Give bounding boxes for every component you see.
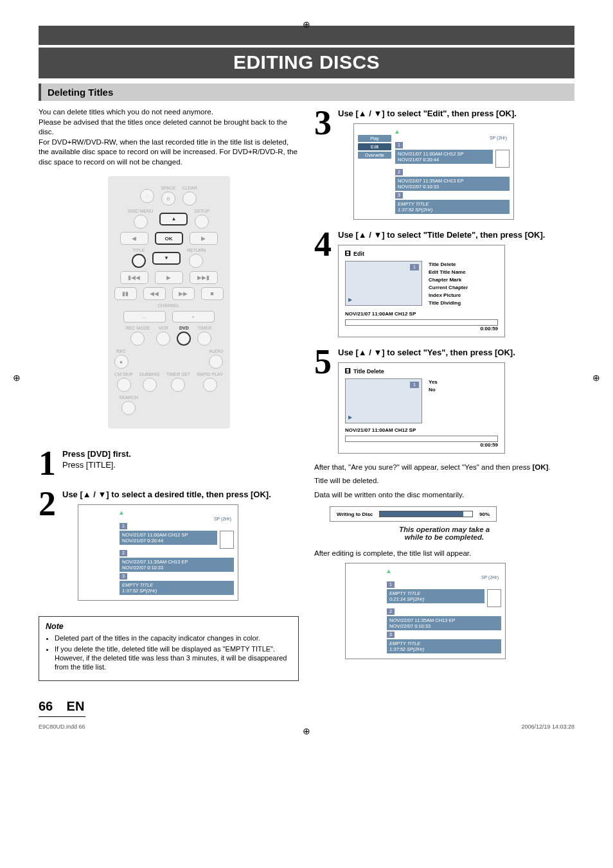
intro-p1: You can delete titles which you do not n…: [39, 108, 213, 116]
tl-item2-l1: NOV/22/07 11:35AM CH13 EP: [389, 617, 456, 623]
registration-mark-bottom: ⊕: [303, 726, 310, 736]
tl-num-1: 1: [387, 581, 395, 588]
after-text-2: Title will be deleted.: [314, 476, 574, 486]
menu-edit-title-name: Edit Title Name: [429, 269, 468, 276]
tl-item3-l2: 1:37:52 SP(2Hr): [398, 207, 432, 213]
up-arrow-icon: ▲: [82, 509, 234, 516]
remote-label-audio: AUDIO: [209, 349, 223, 353]
after-text-1: After that, "Are you sure?" will appear,…: [314, 463, 574, 473]
remote-label-return: RETURN: [187, 248, 206, 252]
remote-btn-left: ◀: [120, 232, 148, 245]
tl-after1-l1: EMPTY TITLE: [389, 590, 420, 596]
remote-label-disc-menu: DISC MENU: [128, 209, 153, 213]
remote-btn-ch-plus: +: [172, 311, 215, 323]
tl-num-1: 1: [395, 142, 403, 148]
intro-p3: For DVD+RW/DVD-RW, when the last recorde…: [39, 138, 298, 166]
remote-btn-title: [132, 254, 146, 268]
tl-after1-l2: 0:21:14 SP(2Hr): [389, 596, 424, 602]
intro-p2: Please be advised that the titles once d…: [39, 118, 287, 136]
step-4-number: 4: [314, 229, 332, 337]
remote-diagram: · SPACE0 CLEAR DISC MENU ▲ SETUP ◀ OK ▶ …: [108, 176, 230, 429]
op-note-l2: while to be completed.: [405, 533, 484, 541]
remote-btn-stop: ■: [201, 287, 224, 300]
tl-item2-l1: NOV/22/07 11:35AM CH13 EP: [398, 178, 464, 184]
tl-num-3: 3: [120, 573, 127, 580]
remote-btn-ch-minus: –: [123, 311, 166, 323]
note-box: Note Deleted part of the titles in the c…: [39, 616, 299, 681]
step-3-head: Use [▲ / ▼] to select "Edit", then press…: [338, 109, 574, 120]
after-text-1a: After that, "Are you sure?" will appear,…: [314, 463, 532, 471]
remote-label-title: TITLE: [132, 248, 145, 252]
play-icon: ▶: [348, 414, 419, 420]
remote-btn-zero: 0: [161, 191, 175, 206]
up-arrow-icon: ▲: [350, 567, 501, 574]
film-icon: 🎞: [345, 368, 351, 375]
sp-label: SP (2Hr): [120, 516, 234, 523]
tl-item3-l2: 1:37:52 SP(2Hr): [122, 588, 157, 594]
tl-item3-l1: EMPTY TITLE: [389, 641, 420, 646]
after-text-1b: [OK]: [532, 463, 548, 471]
remote-label-space: SPACE: [161, 186, 175, 190]
screen-delete-step5: 🎞Title Delete 1 ▶ Yes No NOV/21/07 11:00…: [338, 362, 505, 454]
remote-label-channel: CHANNEL: [114, 303, 224, 308]
edit-footer-info: NOV/21/07 11:00AM CH12 SP: [345, 311, 498, 317]
option-no: No: [429, 386, 438, 394]
section-heading: Deleting Titles: [39, 84, 574, 101]
play-icon: ▶: [348, 297, 419, 303]
remote-label-rapid-play: RAPID PLAY: [197, 372, 223, 376]
tl-item2-l2: NOV/22/07 0:10:33: [389, 623, 431, 629]
tl-item3-l1: EMPTY TITLE: [122, 582, 153, 588]
remote-label-dubbing: DUBBING: [139, 372, 160, 376]
page-lang: EN: [67, 699, 85, 713]
tl-num-2: 2: [387, 608, 395, 615]
tl-num-1: 1: [120, 523, 127, 529]
writing-progress: Writing to Disc 90%: [330, 506, 497, 522]
operation-note: This operation may take a while to be co…: [314, 526, 574, 541]
note-bullet-1: Deleted part of the titles in the capaci…: [55, 633, 292, 642]
tl-item2-l2: NOV/22/07 0:10:33: [122, 565, 163, 571]
preview-index: 1: [410, 264, 419, 270]
screen-edit-step4: 🎞Edit 1 ▶ Title Delete Edit Title Name C…: [338, 245, 505, 337]
step-3: 3 Use [▲ / ▼] to select "Edit", then pre…: [314, 107, 574, 220]
step-1-line2: Press [TITLE].: [62, 460, 116, 470]
step-1-number: 1: [39, 448, 56, 479]
op-note-l1: This operation may take a: [399, 526, 490, 533]
intro-paragraph: You can delete titles which you do not n…: [39, 107, 299, 167]
option-yes: Yes: [429, 378, 438, 386]
writing-percent: 90%: [479, 511, 490, 517]
remote-btn-rew: ◀◀: [143, 287, 166, 300]
footer-file-info: E9C80UD.indd 66: [39, 723, 85, 730]
tl-item3-l2: 1:37:52 SP(2Hr): [389, 646, 424, 652]
tl-num-2: 2: [120, 550, 127, 556]
registration-mark-left: ⊕: [13, 373, 21, 383]
step-2-number: 2: [39, 488, 56, 601]
menu-chapter-mark: Chapter Mark: [429, 276, 468, 284]
tl-num-3: 3: [387, 632, 395, 638]
thumb-icon: [220, 531, 234, 549]
remote-btn-next: ▶▶▮: [190, 271, 218, 284]
registration-mark-top: ⊕: [303, 19, 310, 30]
preview-index: 1: [410, 382, 419, 388]
step-1: 1 Press [DVD] first. Press [TITLE].: [39, 448, 299, 479]
edit-screen-title: Edit: [353, 251, 364, 257]
registration-mark-right: ⊕: [592, 373, 600, 383]
side-btn-overwrite: Overwrite: [358, 152, 391, 159]
step-5-head: Use [▲ / ▼] to select "Yes", then press …: [338, 348, 574, 359]
page-footer: 66 EN E9C80UD.indd 66 2006/12/19 14:03:2…: [39, 699, 574, 730]
sp-label: SP (2Hr): [395, 135, 510, 142]
menu-index-picture: Index Picture: [429, 292, 468, 299]
remote-btn-ok: OK: [155, 232, 183, 245]
step-1-line1: Press [DVD] first.: [62, 449, 131, 459]
closing-text: After editing is complete, the title lis…: [314, 549, 574, 559]
edit-time: 0:00:59: [345, 326, 498, 332]
menu-title-delete: Title Delete: [429, 261, 468, 269]
note-title: Note: [46, 622, 292, 631]
remote-label-timer: TIMER: [197, 326, 211, 330]
tl-item1-l1: NOV/21/07 11:00AM CH12 SP: [398, 151, 464, 157]
remote-label-rec-mode: REC MODE: [126, 326, 150, 330]
thumb-icon: [495, 150, 510, 168]
remote-btn-up: ▲: [159, 213, 188, 226]
thumb-icon: [487, 589, 501, 607]
tl-num-3: 3: [395, 192, 403, 199]
step-4: 4 Use [▲ / ▼] to select "Title Delete", …: [314, 229, 574, 337]
